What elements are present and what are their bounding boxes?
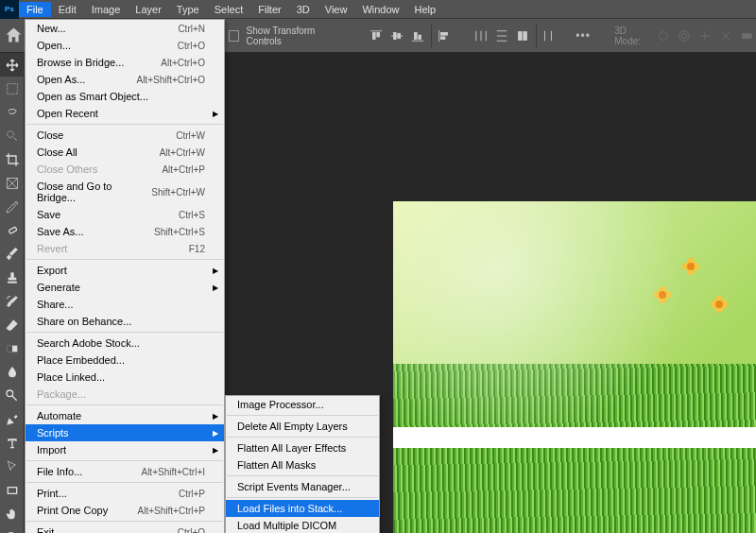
pan-icon[interactable] — [675, 26, 694, 45]
show-transform-label: Show Transform Controls — [243, 26, 343, 46]
healing-tool[interactable] — [0, 218, 25, 242]
file-menu-item-place-embedded[interactable]: Place Embedded... — [26, 352, 224, 369]
file-menu-item-close-and-go-to-bridge[interactable]: Close and Go to Bridge...Shift+Ctrl+W — [26, 178, 224, 206]
svg-rect-26 — [8, 83, 18, 94]
menu-select[interactable]: Select — [207, 2, 251, 17]
menubar: Ps File Edit Image Layer Type Select Fil… — [0, 0, 756, 19]
file-menu-item-save[interactable]: SaveCtrl+S — [26, 206, 224, 223]
submenu-arrow-icon: ▶ — [213, 110, 218, 118]
svg-rect-11 — [440, 36, 444, 39]
move-tool[interactable] — [0, 53, 25, 77]
align-left-icon[interactable] — [436, 26, 452, 45]
scripts-menu-item-delete-all-empty-layers[interactable]: Delete All Empty Layers — [226, 418, 379, 435]
hand-tool[interactable] — [0, 502, 25, 525]
distribute-1-icon[interactable] — [472, 26, 490, 45]
rectangle-tool[interactable] — [0, 478, 25, 502]
zoom-tool[interactable] — [0, 525, 25, 533]
file-menu-item-close[interactable]: CloseCtrl+W — [26, 127, 224, 144]
file-menu-item-exit[interactable]: ExitCtrl+Q — [26, 524, 224, 533]
menu-3d[interactable]: 3D — [289, 2, 318, 17]
file-menu-item-import[interactable]: Import▶ — [26, 441, 224, 458]
scripts-menu-item-load-multiple-dicom-files[interactable]: Load Multiple DICOM Files... — [226, 517, 379, 533]
menu-item-label: Share on Behance... — [37, 316, 131, 327]
file-menu-item-scripts[interactable]: Scripts▶ — [26, 424, 224, 441]
menu-filter[interactable]: Filter — [250, 2, 288, 17]
svg-rect-1 — [373, 32, 376, 39]
menu-item-label: Package... — [37, 388, 86, 400]
file-menu-item-open-recent[interactable]: Open Recent▶ — [26, 105, 224, 122]
eyedropper-tool[interactable] — [0, 195, 25, 218]
menu-item-label: Open... — [37, 40, 71, 51]
file-menu-item-browse-in-bridge[interactable]: Browse in Bridge...Alt+Ctrl+O — [26, 54, 224, 71]
distribute-2-icon[interactable] — [492, 26, 511, 45]
history-brush-tool[interactable] — [0, 289, 25, 313]
dodge-tool[interactable] — [0, 384, 25, 407]
menu-type[interactable]: Type — [169, 2, 207, 17]
file-menu-item-save-as[interactable]: Save As...Shift+Ctrl+S — [26, 223, 224, 240]
menu-view[interactable]: View — [318, 2, 355, 17]
tools-panel — [0, 53, 25, 533]
orbit-icon[interactable] — [654, 26, 673, 45]
menu-item-label: Flatten All Layer Effects — [237, 442, 346, 454]
menu-file[interactable]: File — [19, 2, 51, 17]
scale3d-icon[interactable] — [716, 26, 735, 45]
frame-tool[interactable] — [0, 171, 25, 195]
show-transform-checkbox[interactable] — [229, 30, 239, 42]
app-logo: Ps — [0, 0, 19, 19]
distribute-single-icon[interactable] — [541, 26, 557, 45]
menu-shortcut: Ctrl+Q — [178, 527, 205, 534]
path-select-tool[interactable] — [0, 455, 25, 478]
svg-point-27 — [8, 130, 14, 137]
file-menu-item-export[interactable]: Export▶ — [26, 262, 224, 279]
file-menu-item-print[interactable]: Print...Ctrl+P — [26, 485, 224, 502]
menu-image[interactable]: Image — [84, 2, 129, 17]
quick-select-tool[interactable] — [0, 124, 25, 147]
crop-tool[interactable] — [0, 147, 25, 171]
lasso-tool[interactable] — [0, 100, 25, 124]
file-menu-item-new[interactable]: New...Ctrl+N — [26, 20, 224, 37]
menu-separator — [26, 521, 223, 522]
scripts-menu-item-script-events-manager[interactable]: Script Events Manager... — [226, 478, 379, 495]
menu-separator — [227, 437, 378, 438]
document-image-2[interactable] — [393, 429, 756, 533]
menu-window[interactable]: Window — [354, 2, 406, 17]
type-tool[interactable] — [0, 431, 25, 455]
align-bottom-icon[interactable] — [408, 26, 427, 45]
file-menu-item-automate[interactable]: Automate▶ — [26, 407, 224, 424]
file-menu-item-share-on-behance[interactable]: Share on Behance... — [26, 313, 224, 330]
gradient-tool[interactable] — [0, 336, 25, 360]
document-image-1[interactable] — [393, 201, 756, 439]
file-menu-item-share[interactable]: Share... — [26, 296, 224, 313]
stamp-tool[interactable] — [0, 266, 25, 289]
scripts-menu-item-flatten-all-masks[interactable]: Flatten All Masks — [226, 456, 379, 473]
file-menu-item-place-linked[interactable]: Place Linked... — [26, 369, 224, 386]
blur-tool[interactable] — [0, 360, 25, 384]
scripts-menu-item-flatten-all-layer-effects[interactable]: Flatten All Layer Effects — [226, 439, 379, 456]
move3d-icon[interactable] — [696, 26, 714, 45]
file-menu-item-close-all[interactable]: Close AllAlt+Ctrl+W — [26, 144, 224, 161]
submenu-arrow-icon: ▶ — [213, 412, 218, 421]
file-menu-item-open-as-smart-object[interactable]: Open as Smart Object... — [26, 88, 224, 105]
file-menu-item-search-adobe-stock[interactable]: Search Adobe Stock... — [26, 335, 224, 352]
file-menu-item-file-info[interactable]: File Info...Alt+Shift+Ctrl+I — [26, 463, 224, 480]
pen-tool[interactable] — [0, 407, 25, 431]
file-menu-item-open[interactable]: Open...Ctrl+O — [26, 37, 224, 54]
file-menu-item-print-one-copy[interactable]: Print One CopyAlt+Shift+Ctrl+P — [26, 502, 224, 519]
scripts-menu-item-load-files-into-stack[interactable]: Load Files into Stack... — [226, 500, 379, 517]
eraser-tool[interactable] — [0, 313, 25, 336]
more-options-icon[interactable]: ••• — [576, 29, 591, 43]
brush-tool[interactable] — [0, 242, 25, 266]
submenu-arrow-icon: ▶ — [213, 429, 218, 438]
menu-layer[interactable]: Layer — [128, 2, 169, 17]
marquee-tool[interactable] — [0, 77, 25, 100]
align-top-icon[interactable] — [367, 26, 386, 45]
distribute-3-icon[interactable] — [513, 26, 532, 45]
align-vcenter-icon[interactable] — [387, 26, 406, 45]
menu-help[interactable]: Help — [407, 2, 444, 17]
file-menu-item-generate[interactable]: Generate▶ — [26, 279, 224, 296]
camera-icon[interactable] — [737, 26, 756, 45]
file-menu-item-open-as[interactable]: Open As...Alt+Shift+Ctrl+O — [26, 71, 224, 88]
menu-edit[interactable]: Edit — [51, 2, 84, 17]
home-icon[interactable] — [4, 25, 24, 47]
scripts-menu-item-image-processor[interactable]: Image Processor... — [226, 396, 379, 413]
